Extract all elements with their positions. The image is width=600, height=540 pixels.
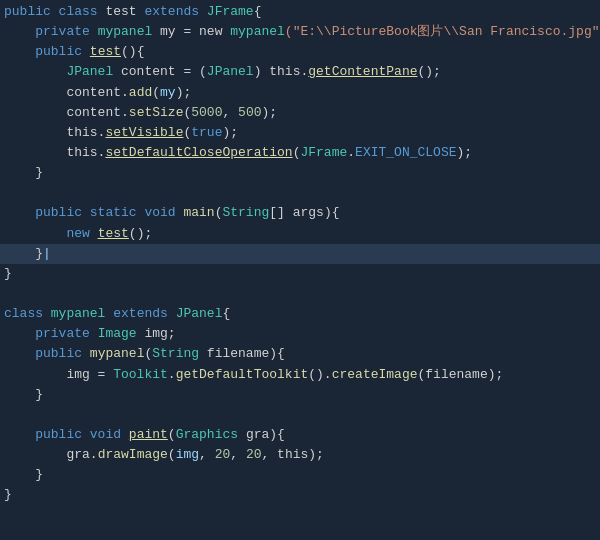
code-line: JPanel content = (JPanel) this.getConten… bbox=[0, 62, 600, 82]
code-line: private Image img; bbox=[0, 324, 600, 344]
code-token: ); bbox=[457, 143, 473, 163]
code-token: JFrame bbox=[207, 2, 254, 22]
code-token: add bbox=[129, 83, 152, 103]
code-token: EXIT_ON_CLOSE bbox=[355, 143, 456, 163]
code-line: content.add(my); bbox=[0, 83, 600, 103]
code-token: public bbox=[4, 42, 90, 62]
code-token: mypanel bbox=[51, 304, 106, 324]
code-token: ( bbox=[168, 445, 176, 465]
code-token: { bbox=[222, 304, 230, 324]
code-token: new bbox=[66, 224, 89, 244]
code-line: private mypanel my = new mypanel("E:\\Pi… bbox=[0, 22, 600, 42]
code-line bbox=[0, 183, 600, 203]
code-token: 500 bbox=[238, 103, 261, 123]
code-token: , bbox=[199, 445, 215, 465]
code-token: extends bbox=[105, 304, 175, 324]
code-token: } bbox=[4, 264, 12, 284]
code-line: }| bbox=[0, 244, 600, 264]
code-line: public static void main(String[] args){ bbox=[0, 203, 600, 223]
code-token: ( bbox=[183, 123, 191, 143]
code-line: } bbox=[0, 485, 600, 505]
code-token bbox=[90, 224, 98, 244]
code-token: true bbox=[191, 123, 222, 143]
code-token: createImage bbox=[332, 365, 418, 385]
code-line: img = Toolkit.getDefaultToolkit().create… bbox=[0, 365, 600, 385]
code-token: mypanel bbox=[230, 22, 285, 42]
code-token: mypanel bbox=[90, 344, 145, 364]
code-token: test bbox=[98, 224, 129, 244]
code-token: img; bbox=[137, 324, 176, 344]
code-token: JPanel bbox=[176, 304, 223, 324]
code-token: extends bbox=[137, 2, 207, 22]
code-line bbox=[0, 405, 600, 425]
code-token: img = bbox=[4, 365, 113, 385]
code-token: | bbox=[43, 244, 51, 264]
code-token: gra){ bbox=[238, 425, 285, 445]
code-token: Graphics bbox=[176, 425, 238, 445]
code-token: main bbox=[183, 203, 214, 223]
code-line: public class test extends JFrame{ bbox=[0, 2, 600, 22]
code-token: 20 bbox=[246, 445, 262, 465]
code-token: . bbox=[347, 143, 355, 163]
code-token: (){ bbox=[121, 42, 144, 62]
code-token: content = ( bbox=[113, 62, 207, 82]
code-token: Image bbox=[98, 324, 137, 344]
code-token: { bbox=[254, 2, 262, 22]
code-token: setVisible bbox=[105, 123, 183, 143]
code-editor: public class test extends JFrame{ privat… bbox=[0, 0, 600, 540]
code-token: } bbox=[4, 485, 12, 505]
code-token: public static void bbox=[4, 203, 183, 223]
code-token: JFrame bbox=[300, 143, 347, 163]
code-token: gra. bbox=[4, 445, 98, 465]
code-token: img bbox=[176, 445, 199, 465]
code-line: new test(); bbox=[0, 224, 600, 244]
code-token: ( bbox=[152, 83, 160, 103]
code-token: , bbox=[230, 445, 246, 465]
code-token: JPanel bbox=[4, 62, 113, 82]
code-line: } bbox=[0, 465, 600, 485]
code-token: this. bbox=[4, 143, 105, 163]
code-token: } bbox=[4, 163, 43, 183]
code-token: setSize bbox=[129, 103, 184, 123]
code-token: , bbox=[222, 103, 238, 123]
code-line bbox=[0, 284, 600, 304]
code-line: public void paint(Graphics gra){ bbox=[0, 425, 600, 445]
code-line: class mypanel extends JPanel{ bbox=[0, 304, 600, 324]
code-token: test bbox=[105, 2, 136, 22]
code-line: this.setDefaultCloseOperation(JFrame.EXI… bbox=[0, 143, 600, 163]
code-line: content.setSize(5000, 500); bbox=[0, 103, 600, 123]
code-token: public class bbox=[4, 2, 105, 22]
code-token: my = new bbox=[152, 22, 230, 42]
code-token: } bbox=[4, 385, 43, 405]
code-token: JPanel bbox=[207, 62, 254, 82]
code-token: this. bbox=[4, 123, 105, 143]
code-token: (); bbox=[417, 62, 440, 82]
code-line: } bbox=[0, 385, 600, 405]
code-token: Toolkit bbox=[113, 365, 168, 385]
code-token: setDefaultCloseOperation bbox=[105, 143, 292, 163]
code-token: public bbox=[4, 344, 90, 364]
code-token: ("E:\\PictureBook图片\\San Francisco.jpg")… bbox=[285, 22, 600, 42]
code-token: , this); bbox=[262, 445, 324, 465]
code-token: (). bbox=[308, 365, 331, 385]
code-token: public void bbox=[4, 425, 129, 445]
code-token: . bbox=[168, 365, 176, 385]
code-token bbox=[4, 224, 66, 244]
code-line: } bbox=[0, 264, 600, 284]
code-line: this.setVisible(true); bbox=[0, 123, 600, 143]
code-token: 5000 bbox=[191, 103, 222, 123]
code-line: } bbox=[0, 163, 600, 183]
code-token: class bbox=[4, 304, 51, 324]
code-token: test bbox=[90, 42, 121, 62]
code-token: String bbox=[152, 344, 199, 364]
code-token: [] args){ bbox=[269, 203, 339, 223]
code-token: my bbox=[160, 83, 176, 103]
code-token: ( bbox=[183, 103, 191, 123]
code-token: (); bbox=[129, 224, 152, 244]
code-token: 20 bbox=[215, 445, 231, 465]
code-token: ); bbox=[261, 103, 277, 123]
code-token: drawImage bbox=[98, 445, 168, 465]
code-token: String bbox=[222, 203, 269, 223]
code-token: ( bbox=[293, 143, 301, 163]
code-token: mypanel bbox=[98, 22, 153, 42]
